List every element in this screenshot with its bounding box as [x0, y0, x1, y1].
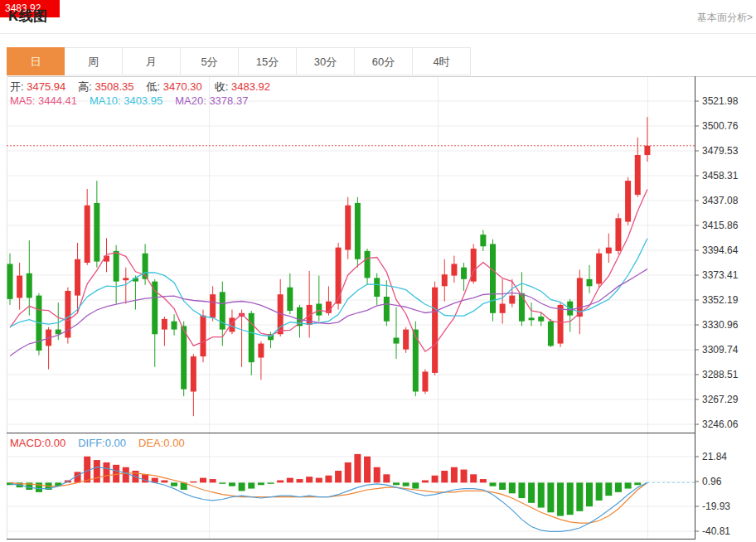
svg-text:3330.96: 3330.96	[702, 319, 739, 331]
tab-4hour[interactable]: 4时	[413, 47, 471, 75]
ma5-value: MA5: 3444.41	[10, 94, 77, 107]
svg-text:3246.06: 3246.06	[702, 419, 739, 430]
svg-text:3479.53: 3479.53	[702, 145, 739, 157]
svg-text:3309.74: 3309.74	[702, 344, 739, 356]
svg-text:-19.93: -19.93	[702, 501, 730, 512]
svg-text:-40.81: -40.81	[702, 525, 730, 537]
ma10-value: MA10: 3403.95	[90, 94, 162, 107]
tab-5min[interactable]: 5分	[181, 47, 239, 75]
diff-value: DIFF:0.00	[78, 437, 126, 449]
svg-text:3458.31: 3458.31	[702, 170, 739, 181]
svg-text:3394.64: 3394.64	[702, 244, 739, 256]
page-title: K线图	[8, 7, 48, 26]
macd-legend: MACD:0.00 DIFF:0.00 DEA:0.00	[10, 437, 197, 449]
low-value: 低: 3470.30	[147, 80, 202, 94]
ma20-value: MA20: 3378.37	[175, 94, 248, 107]
dea-value: DEA:0.00	[138, 437, 185, 449]
tab-day[interactable]: 日	[7, 47, 65, 75]
svg-text:3373.41: 3373.41	[702, 269, 739, 281]
high-value: 高: 3508.35	[78, 80, 133, 94]
svg-text:3267.29: 3267.29	[702, 394, 739, 405]
tab-30min[interactable]: 30分	[297, 47, 355, 75]
ohlc-legend: 开: 3475.94 高: 3508.35 低: 3470.30 收: 3483…	[10, 80, 283, 94]
macd-value: MACD:0.00	[10, 437, 65, 449]
svg-text:3415.86: 3415.86	[702, 220, 739, 231]
fundamental-analysis-link[interactable]: 基本面分析>	[697, 11, 753, 25]
tab-week[interactable]: 周	[65, 47, 123, 75]
ma-legend: MA5: 3444.41 MA10: 3403.95 MA20: 3378.37	[10, 94, 260, 107]
svg-text:3500.76: 3500.76	[702, 120, 739, 132]
svg-text:3288.51: 3288.51	[702, 369, 739, 380]
svg-text:0.96: 0.96	[702, 476, 722, 487]
tab-15min[interactable]: 15分	[239, 47, 297, 75]
close-value: 收: 3483.92	[215, 80, 270, 94]
svg-text:3352.19: 3352.19	[702, 294, 739, 306]
tab-60min[interactable]: 60分	[355, 47, 413, 75]
tab-month[interactable]: 月	[123, 47, 181, 75]
header-divider	[0, 33, 756, 34]
svg-text:3521.98: 3521.98	[702, 95, 739, 107]
open-value: 开: 3475.94	[10, 80, 65, 94]
interval-tab-bar: 日 周 月 5分 15分 30分 60分 4时	[7, 47, 471, 75]
svg-text:3437.08: 3437.08	[702, 195, 739, 206]
svg-text:21.84: 21.84	[702, 451, 727, 462]
